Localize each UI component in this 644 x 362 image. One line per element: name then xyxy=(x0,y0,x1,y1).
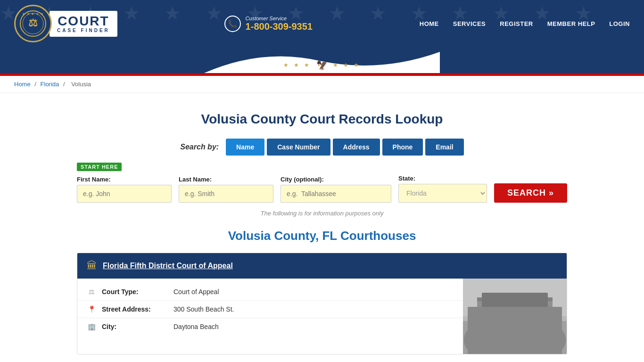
svg-rect-6 xyxy=(463,321,567,354)
tab-address[interactable]: Address xyxy=(333,139,380,156)
phone-icon: 📞 xyxy=(224,16,241,32)
first-name-field: First Name: xyxy=(77,176,172,203)
first-name-label: First Name: xyxy=(77,176,172,183)
city-icon: 🏢 xyxy=(87,323,96,330)
eagle-stars-right: ★ ★ ★ xyxy=(333,62,361,68)
city-label: City (optional): xyxy=(281,176,391,183)
street-icon: 📍 xyxy=(87,305,96,313)
city-detail-label: City: xyxy=(102,323,168,330)
tab-case-number[interactable]: Case Number xyxy=(267,139,330,156)
search-by-row: Search by: Name Case Number Address Phon… xyxy=(77,139,567,156)
main-nav: HOME SERVICES REGISTER MEMBER HELP LOGIN xyxy=(420,20,630,27)
courthouse-card: 🏛 Florida Fifth District Court of Appeal… xyxy=(77,253,567,354)
city-detail-value: Daytona Beach xyxy=(173,323,219,330)
building-svg xyxy=(463,279,567,354)
eagle-icon: 🦅 xyxy=(316,59,328,71)
street-value: 300 South Beach St. xyxy=(173,305,234,313)
svg-rect-11 xyxy=(524,304,534,312)
detail-street: 📍 Street Address: 300 South Beach St. xyxy=(77,301,463,318)
svg-rect-12 xyxy=(538,304,548,312)
detail-court-type: ⚖ Court Type: Court of Appeal xyxy=(77,283,463,301)
building-image-placeholder xyxy=(463,279,567,354)
first-name-input[interactable] xyxy=(77,185,172,203)
court-type-label: Court Type: xyxy=(102,288,168,296)
tab-phone[interactable]: Phone xyxy=(382,139,423,156)
city-field: City (optional): xyxy=(281,176,391,203)
last-name-label: Last Name: xyxy=(179,176,273,183)
svg-rect-7 xyxy=(477,300,553,354)
nav-member-help[interactable]: MEMBER HELP xyxy=(547,20,595,27)
svg-rect-18 xyxy=(508,337,522,354)
form-fields-row: First Name: Last Name: City (optional): … xyxy=(77,175,567,203)
logo-emblem-svg: ⚖ ★ ★ ★ ★ ★ xyxy=(19,9,47,38)
breadcrumb-state[interactable]: Florida xyxy=(41,81,59,88)
svg-rect-8 xyxy=(482,304,491,312)
nav-services[interactable]: SERVICES xyxy=(453,20,486,27)
city-input[interactable] xyxy=(281,185,391,203)
courthouse-body: ⚖ Court Type: Court of Appeal 📍 Street A… xyxy=(77,279,567,354)
state-field: State: Florida Alabama Georgia Californi… xyxy=(398,175,487,203)
tab-email[interactable]: Email xyxy=(425,139,463,156)
phone-label: Customer Service xyxy=(246,16,313,21)
logo-court-text: COURT xyxy=(58,15,109,28)
svg-point-20 xyxy=(464,328,481,352)
svg-rect-13 xyxy=(482,316,491,323)
state-label: State: xyxy=(398,175,487,182)
header: ⚖ ★ ★ ★ ★ ★ COURT CASE FINDER 📞 Customer… xyxy=(0,0,644,73)
svg-text:★ ★ ★ ★ ★: ★ ★ ★ ★ ★ xyxy=(22,12,44,16)
detail-city: 🏢 City: Daytona Beach xyxy=(77,318,463,335)
courthouse-image xyxy=(463,279,567,354)
logo-sub-text: CASE FINDER xyxy=(57,28,110,33)
courthouse-details: ⚖ Court Type: Court of Appeal 📍 Street A… xyxy=(77,279,463,354)
tab-name[interactable]: Name xyxy=(226,139,264,156)
court-type-icon: ⚖ xyxy=(87,288,96,296)
street-label: Street Address: xyxy=(102,305,168,313)
logo-text-area: COURT CASE FINDER xyxy=(50,11,117,37)
breadcrumb-sep2: / xyxy=(63,81,66,88)
last-name-input[interactable] xyxy=(179,185,273,203)
svg-rect-16 xyxy=(524,316,534,323)
svg-rect-14 xyxy=(496,316,505,323)
search-button[interactable]: SEARCH » xyxy=(494,183,567,203)
eagle-row: ★ ★ ★ 🦅 ★ ★ ★ xyxy=(283,59,361,71)
main-content: Volusia County Court Records Lookup Sear… xyxy=(63,93,581,362)
courthouse-name-link[interactable]: Florida Fifth District Court of Appeal xyxy=(103,262,233,270)
eagle-stars-left: ★ ★ ★ xyxy=(283,62,312,68)
svg-rect-10 xyxy=(510,304,520,312)
header-top: ⚖ ★ ★ ★ ★ ★ COURT CASE FINDER 📞 Customer… xyxy=(0,0,644,47)
start-here-badge: START HERE xyxy=(77,163,122,171)
search-by-label: Search by: xyxy=(180,143,219,151)
svg-point-21 xyxy=(549,328,566,352)
phone-area: 📞 Customer Service 1-800-309-9351 xyxy=(224,16,313,32)
svg-rect-19 xyxy=(477,297,553,301)
info-note: The following is for information purpose… xyxy=(77,210,567,217)
courthouses-title: Volusia County, FL Courthouses xyxy=(77,229,567,243)
phone-number: 1-800-309-9351 xyxy=(246,21,313,32)
nav-login[interactable]: LOGIN xyxy=(609,20,630,27)
nav-register[interactable]: REGISTER xyxy=(500,20,533,27)
last-name-field: Last Name: xyxy=(179,176,273,203)
search-form: START HERE First Name: Last Name: City (… xyxy=(77,163,567,203)
courthouse-header: 🏛 Florida Fifth District Court of Appeal xyxy=(77,253,567,279)
state-select[interactable]: Florida Alabama Georgia California Texas… xyxy=(398,184,487,203)
courthouse-icon: 🏛 xyxy=(87,260,97,272)
svg-rect-17 xyxy=(538,316,548,323)
breadcrumb-sep1: / xyxy=(34,81,38,88)
nav-home[interactable]: HOME xyxy=(420,20,439,27)
breadcrumb-home[interactable]: Home xyxy=(14,81,31,88)
svg-rect-9 xyxy=(496,304,505,312)
court-type-value: Court of Appeal xyxy=(173,288,219,296)
svg-rect-15 xyxy=(510,316,520,323)
svg-text:⚖: ⚖ xyxy=(28,17,38,29)
page-title: Volusia County Court Records Lookup xyxy=(77,112,567,127)
breadcrumb-county: Volusia xyxy=(71,81,91,88)
breadcrumb: Home / Florida / Volusia xyxy=(0,76,644,93)
logo-area: ⚖ ★ ★ ★ ★ ★ COURT CASE FINDER xyxy=(14,5,117,42)
phone-info: Customer Service 1-800-309-9351 xyxy=(246,16,313,32)
logo-emblem: ⚖ ★ ★ ★ ★ ★ xyxy=(14,5,52,42)
